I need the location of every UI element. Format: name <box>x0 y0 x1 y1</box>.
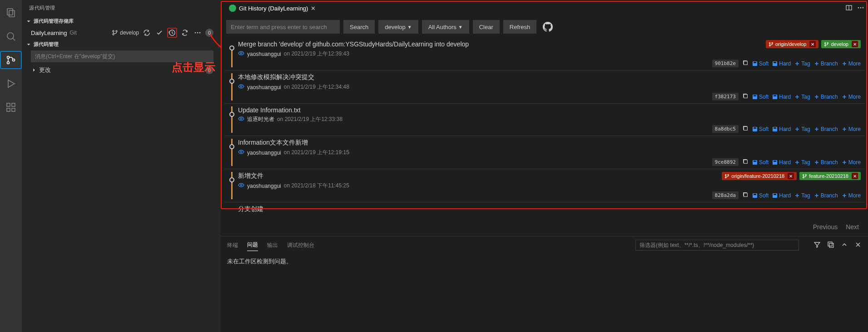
close-icon[interactable]: ✕ <box>311 5 316 12</box>
branch-button[interactable]: Branch <box>814 94 838 100</box>
commit-hash[interactable]: f382173 <box>712 93 739 101</box>
hard-reset-button[interactable]: Hard <box>772 94 791 100</box>
repo-section-header[interactable]: 源代码管理存储库 <box>22 16 221 26</box>
chevron-up-icon[interactable] <box>841 241 848 250</box>
commit-row[interactable]: Information文本文件新增yaoshuangguion 2021/2/1… <box>224 136 864 169</box>
extensions-icon[interactable] <box>0 98 22 116</box>
tab-output[interactable]: 输出 <box>267 240 278 251</box>
search-button[interactable]: Search <box>343 20 375 34</box>
soft-reset-button[interactable]: Soft <box>752 159 769 166</box>
commit-hash[interactable]: 8a8dbc5 <box>712 125 739 133</box>
branch-indicator[interactable]: develop <box>112 30 139 36</box>
commit-hash[interactable]: 9ce8892 <box>712 158 739 166</box>
authors-filter-button[interactable]: All Authors▼ <box>422 20 469 34</box>
svg-rect-65 <box>774 194 776 195</box>
ref-badge[interactable]: origin/feature-20210218✕ <box>722 172 797 180</box>
more-button[interactable]: More <box>842 94 861 100</box>
commit-row[interactable]: 本地修改模拟解决冲突提交yaoshuangguion 2021/2/19 上午1… <box>224 70 864 103</box>
svg-point-55 <box>725 177 726 178</box>
svg-line-3 <box>13 38 15 40</box>
commit-date: on 2021/2/19 上午12:33:38 <box>277 116 342 123</box>
run-debug-icon[interactable] <box>0 75 22 93</box>
commit-date: on 2021/2/19 上午12:34:48 <box>284 83 349 91</box>
tag-button[interactable]: Tag <box>794 126 810 132</box>
commit-row[interactable]: Update Information.txt追逐时光者on 2021/2/19 … <box>224 103 864 136</box>
more-button[interactable]: More <box>842 126 861 132</box>
branch-button[interactable]: Branch <box>814 192 838 199</box>
next-page-button[interactable]: Next <box>846 223 859 231</box>
branch-filter-button[interactable]: develop▼ <box>378 20 418 34</box>
commit-hash[interactable]: 828a2da <box>712 191 739 199</box>
branch-button[interactable]: Branch <box>814 126 838 132</box>
filter-icon[interactable] <box>813 241 821 250</box>
commit-row[interactable]: Merge branch 'develop' of github.com:YSG… <box>224 37 864 70</box>
soft-reset-button[interactable]: Soft <box>752 126 769 132</box>
tag-button[interactable]: Tag <box>794 159 810 166</box>
hard-reset-button[interactable]: Hard <box>772 159 791 166</box>
explorer-icon[interactable] <box>0 4 22 22</box>
commit-row[interactable]: 分支创建 <box>224 202 864 216</box>
eye-icon <box>238 83 244 91</box>
more-button[interactable]: More <box>842 159 861 166</box>
svg-rect-49 <box>744 160 747 164</box>
tag-button[interactable]: Tag <box>794 94 810 100</box>
sync-icon[interactable] <box>142 28 152 38</box>
commit-hash[interactable]: 901b82e <box>712 60 739 67</box>
copy-hash-icon[interactable] <box>742 191 749 199</box>
hard-reset-button[interactable]: Hard <box>772 126 791 132</box>
commit-row[interactable]: 新增文件origin/feature-20210218✕feature-2021… <box>224 169 864 202</box>
more-button[interactable]: More <box>842 60 861 67</box>
clear-button[interactable]: Clear <box>473 20 500 34</box>
copy-hash-icon[interactable] <box>742 60 749 67</box>
changes-badge: 0 <box>205 66 213 74</box>
split-editor-icon[interactable] <box>845 4 853 13</box>
commit-check-icon[interactable] <box>154 28 164 38</box>
more-button[interactable]: More <box>842 192 861 199</box>
source-control-icon[interactable] <box>0 51 22 69</box>
tag-button[interactable]: Tag <box>794 60 810 67</box>
search-input[interactable] <box>226 20 340 34</box>
copy-hash-icon[interactable] <box>742 125 749 133</box>
commit-graph-dot <box>229 177 234 182</box>
refresh-button[interactable]: Refresh <box>503 20 537 34</box>
search-icon[interactable] <box>0 27 22 45</box>
tab-debug-console[interactable]: 调试控制台 <box>287 240 314 251</box>
more-icon[interactable] <box>193 28 203 38</box>
svg-point-22 <box>860 7 862 8</box>
repo-row[interactable]: DailyLearning Git develop <box>22 26 221 39</box>
commit-title: Merge branch 'develop' of github.com:YSG… <box>238 40 469 48</box>
soft-reset-button[interactable]: Soft <box>752 60 769 67</box>
hard-reset-button[interactable]: Hard <box>772 60 791 67</box>
collapse-all-icon[interactable] <box>827 241 834 250</box>
commit-message-input[interactable]: 消息(Ctrl+Enter 在"develop"提交) <box>31 50 213 62</box>
branch-button[interactable]: Branch <box>814 159 838 166</box>
svg-point-30 <box>240 52 242 54</box>
tab-terminal[interactable]: 终端 <box>227 240 238 251</box>
copy-hash-icon[interactable] <box>742 93 749 101</box>
repo-actions: develop 0 <box>112 28 213 38</box>
hard-reset-button[interactable]: Hard <box>772 192 791 199</box>
prev-page-button[interactable]: Previous <box>813 223 838 231</box>
ref-badge[interactable]: origin/develop✕ <box>766 40 819 48</box>
tab-git-history[interactable]: Git History (DailyLearning) ✕ <box>224 0 320 16</box>
ref-badge[interactable]: develop✕ <box>821 40 861 48</box>
eye-icon <box>238 50 244 58</box>
tag-button[interactable]: Tag <box>794 192 810 199</box>
refresh-icon[interactable] <box>180 28 190 38</box>
ref-badge[interactable]: feature-20210218✕ <box>799 172 861 180</box>
close-panel-icon[interactable] <box>854 241 862 250</box>
branch-button[interactable]: Branch <box>814 60 838 67</box>
github-icon[interactable] <box>543 22 553 32</box>
svg-rect-8 <box>7 103 10 106</box>
more-actions-icon[interactable] <box>857 4 864 13</box>
panel-filter-input[interactable]: 筛选器(例如 text、**/*.ts、!**/node_modules/**) <box>635 240 799 251</box>
soft-reset-button[interactable]: Soft <box>752 94 769 100</box>
repo-vcs-label: Git <box>70 30 77 36</box>
soft-reset-button[interactable]: Soft <box>752 192 769 199</box>
scm-section-header[interactable]: 源代码管理 <box>22 39 221 50</box>
tab-problems[interactable]: 问题 <box>247 239 258 251</box>
git-history-button[interactable] <box>167 28 177 38</box>
copy-hash-icon[interactable] <box>742 158 749 166</box>
changes-row[interactable]: 更改 0 <box>22 64 221 76</box>
bottom-panel: 终端 问题 输出 调试控制台 筛选器(例如 text、**/*.ts、!**/n… <box>221 236 868 332</box>
